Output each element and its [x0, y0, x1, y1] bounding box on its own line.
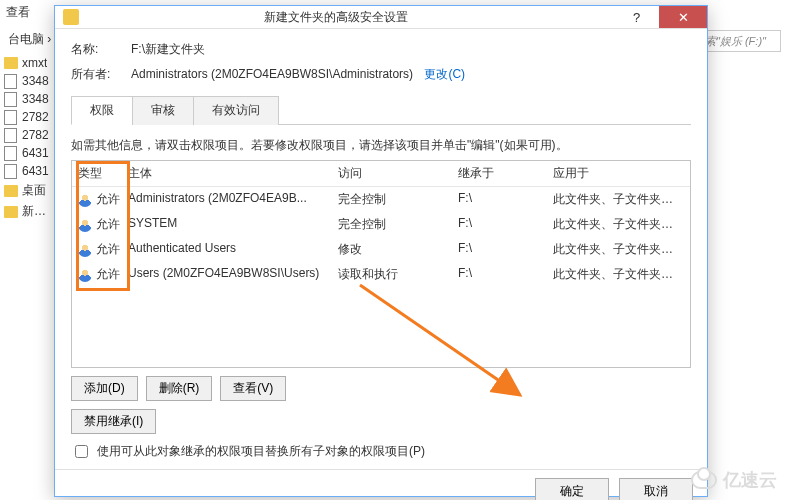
change-owner-link[interactable]: 更改(C)	[424, 67, 465, 81]
header-access[interactable]: 访问	[332, 161, 452, 186]
tab-audit[interactable]: 审核	[132, 96, 194, 125]
dialog-content: 名称: F:\新建文件夹 所有者: Administrators (2M0ZFO…	[55, 29, 707, 469]
header-type[interactable]: 类型	[72, 161, 122, 186]
folder-icon	[4, 56, 18, 70]
cloud-icon	[691, 471, 717, 489]
dialog-title: 新建文件夹的高级安全设置	[57, 9, 614, 26]
ok-button[interactable]: 确定	[535, 478, 609, 500]
table-header: 类型 主体 访问 继承于 应用于	[72, 161, 690, 187]
table-row[interactable]: 允许 Users (2M0ZFO4EA9BW8SI\Users) 读取和执行 F…	[72, 262, 690, 287]
explorer-sidebar: xmxt 3348 3348 2782 2782 6431 6431 桌面 新建…	[0, 50, 54, 470]
sidebar-item[interactable]: 2782	[0, 126, 54, 144]
owner-value: Administrators (2M0ZFO4EA9BW8SI\Administ…	[131, 66, 691, 83]
name-label: 名称:	[71, 41, 131, 58]
name-value: F:\新建文件夹	[131, 41, 691, 58]
view-button[interactable]: 查看(V)	[220, 376, 286, 401]
owner-label: 所有者:	[71, 66, 131, 83]
explorer-toolbar: 查看	[0, 0, 60, 24]
file-icon	[4, 164, 18, 178]
file-icon	[4, 146, 18, 160]
cancel-button[interactable]: 取消	[619, 478, 693, 500]
sidebar-item[interactable]: 6431	[0, 162, 54, 180]
folder-icon	[4, 184, 18, 198]
header-principal[interactable]: 主体	[122, 161, 332, 186]
tab-strip: 权限 审核 有效访问	[71, 95, 691, 125]
sidebar-item[interactable]: 6431	[0, 144, 54, 162]
add-button[interactable]: 添加(D)	[71, 376, 138, 401]
help-button[interactable]: ?	[614, 6, 659, 28]
dialog-footer: 确定 取消	[55, 469, 707, 500]
header-inherited[interactable]: 继承于	[452, 161, 547, 186]
user-icon	[78, 268, 92, 282]
file-icon	[4, 74, 18, 88]
remove-button[interactable]: 删除(R)	[146, 376, 213, 401]
table-row[interactable]: 允许 Authenticated Users 修改 F:\ 此文件夹、子文件夹和…	[72, 237, 690, 262]
sidebar-item[interactable]: 桌面	[0, 180, 54, 201]
tab-permissions[interactable]: 权限	[71, 96, 133, 125]
user-icon	[78, 218, 92, 232]
sidebar-item[interactable]: 新建文	[0, 201, 54, 222]
watermark: 亿速云	[691, 468, 777, 492]
user-icon	[78, 193, 92, 207]
file-icon	[4, 92, 18, 106]
replace-children-checkbox[interactable]	[75, 445, 88, 458]
close-button[interactable]: ✕	[659, 6, 707, 28]
file-icon	[4, 110, 18, 124]
sidebar-item[interactable]: xmxt	[0, 54, 54, 72]
header-applies[interactable]: 应用于	[547, 161, 690, 186]
sidebar-item[interactable]: 2782	[0, 108, 54, 126]
sidebar-item[interactable]: 3348	[0, 90, 54, 108]
view-menu[interactable]: 查看	[6, 4, 30, 21]
advanced-security-dialog: 新建文件夹的高级安全设置 ? ✕ 名称: F:\新建文件夹 所有者: Admin…	[54, 5, 708, 497]
user-icon	[78, 243, 92, 257]
folder-icon	[4, 205, 18, 219]
table-row[interactable]: 允许 Administrators (2M0ZFO4EA9B... 完全控制 F…	[72, 187, 690, 212]
disable-inherit-button[interactable]: 禁用继承(I)	[71, 409, 156, 434]
replace-children-label: 使用可从此对象继承的权限项目替换所有子对象的权限项目(P)	[97, 443, 425, 460]
file-icon	[4, 128, 18, 142]
table-row[interactable]: 允许 SYSTEM 完全控制 F:\ 此文件夹、子文件夹和文件	[72, 212, 690, 237]
info-text: 如需其他信息，请双击权限项目。若要修改权限项目，请选择该项目并单击"编辑"(如果…	[71, 137, 691, 154]
sidebar-item[interactable]: 3348	[0, 72, 54, 90]
tab-effective-access[interactable]: 有效访问	[193, 96, 279, 125]
permissions-table: 类型 主体 访问 继承于 应用于 允许 Administrators (2M0Z…	[71, 160, 691, 368]
titlebar: 新建文件夹的高级安全设置 ? ✕	[55, 6, 707, 29]
